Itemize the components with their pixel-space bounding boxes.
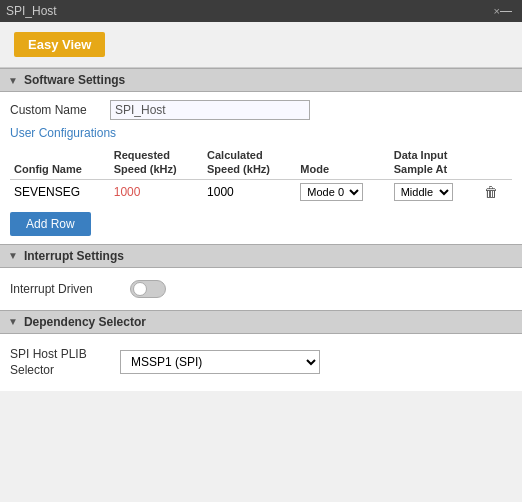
dependency-selector-header[interactable]: ▼ Dependency Selector [0,310,522,334]
cell-mode: Mode 0Mode 1Mode 2Mode 3 [296,179,389,204]
toggle-knob [133,282,147,296]
requested-speed-input[interactable] [114,185,164,199]
col-mode: Mode [296,146,389,179]
dependency-selector-content: SPI Host PLIBSelector MSSP1 (SPI)MSSP2 (… [0,334,522,392]
custom-name-input[interactable] [110,100,310,120]
col-config-name: Config Name [10,146,110,179]
dependency-selector-label: Dependency Selector [24,315,146,329]
software-settings-label: Software Settings [24,73,125,87]
collapse-arrow-icon: ▼ [8,75,18,86]
table-row: SEVENSEG1000Mode 0Mode 1Mode 2Mode 3Midd… [10,179,512,204]
title-bar: SPI_Host × — [0,0,522,22]
toolbar: Easy View [0,22,522,68]
delete-row-button[interactable]: 🗑 [482,184,500,200]
interrupt-driven-toggle[interactable] [130,280,166,298]
cell-delete: 🗑 [478,179,512,204]
interrupt-driven-row: Interrupt Driven [10,280,512,298]
table-header-row: Config Name RequestedSpeed (kHz) Calcula… [10,146,512,179]
software-settings-header[interactable]: ▼ Software Settings [0,68,522,92]
cell-sample-at: MiddleEnd [390,179,478,204]
software-settings-content: Custom Name User Configurations Config N… [0,92,522,244]
cell-calculated-speed: 1000 [203,179,296,204]
add-row-button[interactable]: Add Row [10,212,91,236]
user-configs-label: User Configurations [10,126,512,140]
col-delete [478,146,512,179]
sample-at-select[interactable]: MiddleEnd [394,183,453,201]
tab-label: SPI_Host [6,4,490,18]
mode-select[interactable]: Mode 0Mode 1Mode 2Mode 3 [300,183,363,201]
col-calculated-speed: CalculatedSpeed (kHz) [203,146,296,179]
interrupt-settings-header[interactable]: ▼ Interrupt Settings [0,244,522,268]
interrupt-driven-label: Interrupt Driven [10,282,130,296]
spi-host-plib-row: SPI Host PLIBSelector MSSP1 (SPI)MSSP2 (… [10,346,512,380]
cell-config-name: SEVENSEG [10,179,110,204]
dependency-collapse-arrow-icon: ▼ [8,316,18,327]
easy-view-button[interactable]: Easy View [14,32,105,57]
cell-requested-speed [110,179,203,204]
configs-table: Config Name RequestedSpeed (kHz) Calcula… [10,146,512,204]
col-data-input: Data InputSample At [390,146,478,179]
interrupt-settings-content: Interrupt Driven [0,268,522,310]
custom-name-label: Custom Name [10,103,110,117]
custom-name-row: Custom Name [10,100,512,120]
interrupt-settings-label: Interrupt Settings [24,249,124,263]
spi-host-plib-label: SPI Host PLIBSelector [10,346,120,380]
minimize-icon[interactable]: — [500,4,512,18]
col-requested-speed: RequestedSpeed (kHz) [110,146,203,179]
spi-host-plib-selector[interactable]: MSSP1 (SPI)MSSP2 (SPI) [120,350,320,374]
interrupt-collapse-arrow-icon: ▼ [8,250,18,261]
